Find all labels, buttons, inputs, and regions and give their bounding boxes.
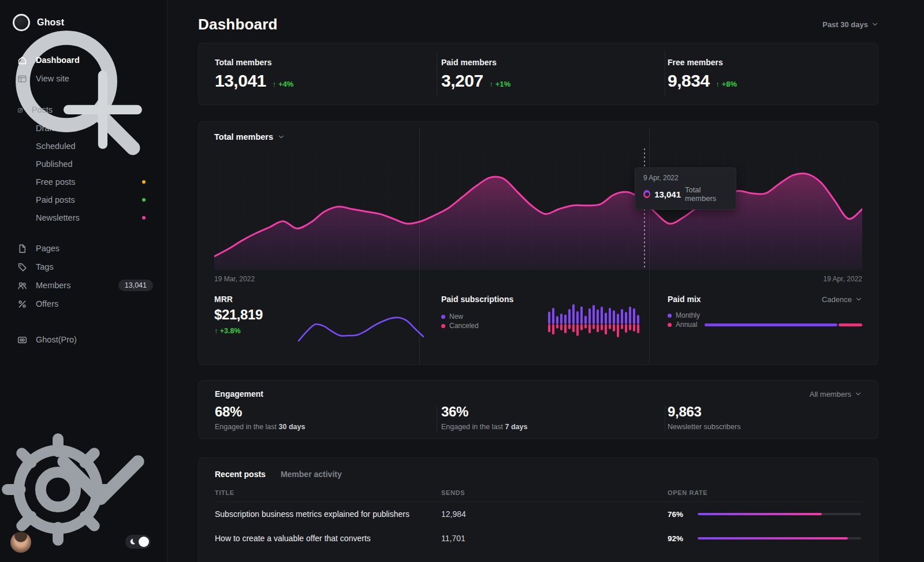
new-post-button[interactable] <box>53 59 153 160</box>
cadence-label: Cadence <box>822 295 852 304</box>
tag-icon <box>17 262 27 272</box>
open-rate-fill <box>698 513 822 515</box>
legend-label: New <box>449 312 463 321</box>
stat-value: 9,834 <box>668 71 710 91</box>
sidebar-item-members[interactable]: Members13,041 <box>0 276 167 295</box>
x-axis-end-label: 19 Apr, 2022 <box>824 275 862 283</box>
annual-segment <box>839 323 862 326</box>
sidebar-item-label: Offers <box>36 299 58 308</box>
x-axis-start-label: 19 Mar, 2022 <box>214 275 255 283</box>
gear-icon[interactable] <box>0 431 116 548</box>
legend-label: Annual <box>676 321 697 329</box>
paid-subscriptions-bar-chart <box>547 301 641 344</box>
paid-subscriptions-section: Paid subscriptions NewCanceled <box>441 295 668 348</box>
stat-delta: ↑ +4% <box>273 80 294 88</box>
engagement-title: Engagement <box>215 389 263 399</box>
metric-newsletter-subs: 9,863Newsletter subscribers <box>668 404 862 431</box>
sidebar-item-pages[interactable]: Pages <box>0 239 167 258</box>
sidebar-item-label: Pages <box>36 244 59 253</box>
status-dot <box>142 180 146 184</box>
legend-dot-icon <box>668 323 672 327</box>
sidebar: Ghost DashboardView site Posts DraftsSch… <box>0 0 167 562</box>
stat-total-members: Total members13,041↑ +4% <box>215 58 441 91</box>
metric-caption: Newsletter subscribers <box>668 423 862 431</box>
legend-item-new: New <box>441 312 513 321</box>
post-title: Subscription business metrics explained … <box>215 509 441 519</box>
stat-delta: ↑ +8% <box>716 80 737 88</box>
date-range-dropdown[interactable]: Past 30 days <box>822 20 878 29</box>
date-range-label: Past 30 days <box>822 20 868 29</box>
sidebar-subitem-label: Newsletters <box>36 213 80 222</box>
stat-free-members: Free members9,834↑ +8% <box>668 58 862 91</box>
open-rate-bar <box>698 537 861 539</box>
page-title: Dashboard <box>198 16 278 34</box>
tab-member-activity[interactable]: Member activity <box>281 470 342 479</box>
sidebar-item-tags[interactable]: Tags <box>0 258 167 276</box>
sidebar-subitem-paid-posts[interactable]: Paid posts <box>0 191 167 209</box>
cadence-dropdown[interactable]: Cadence <box>822 295 862 304</box>
sidebar-item-label: Ghost(Pro) <box>36 335 77 344</box>
sidebar-subitem-newsletters[interactable]: Newsletters <box>0 209 167 226</box>
percent-icon <box>17 299 27 309</box>
sidebar-item-label: Members <box>36 281 70 290</box>
legend-dot-icon <box>668 314 672 318</box>
mrr-label: MRR <box>214 295 263 304</box>
column-header-open-rate: OPEN RATE <box>668 489 861 496</box>
metric-engaged-7: 36%Engaged in the last 7 days <box>441 404 668 431</box>
stat-label: Total members <box>215 58 441 67</box>
audience-label: All members <box>810 390 851 399</box>
moon-icon <box>128 538 136 546</box>
sidebar-subitem-free-posts[interactable]: Free posts <box>0 173 167 191</box>
post-sends: 11,701 <box>441 534 668 543</box>
sidebar-subitem-label: Free posts <box>36 177 76 187</box>
chevron-down-icon <box>278 133 285 140</box>
toggle-knob <box>139 537 149 547</box>
tab-recent-posts[interactable]: Recent posts <box>215 470 266 479</box>
open-rate-bar <box>698 513 861 515</box>
legend-item-canceled: Canceled <box>441 321 513 330</box>
dark-mode-toggle[interactable] <box>125 535 151 549</box>
sidebar-secondary-nav: PagesTagsMembers13,041Offers <box>0 239 167 313</box>
metric-caption: Engaged in the last 30 days <box>215 423 441 431</box>
metric-value: 9,863 <box>668 404 862 420</box>
chart-title: Total members <box>214 132 273 142</box>
sidebar-item-ghost-pro[interactable]: Ghost(Pro) <box>0 330 167 349</box>
edit-icon <box>17 105 23 115</box>
table-row[interactable]: Subscription business metrics explained … <box>215 502 861 526</box>
mrr-section: MRR $21,819 ↑ +3.8% <box>214 295 441 348</box>
posts-tabs: Recent postsMember activity <box>215 470 861 479</box>
sidebar-item-offers[interactable]: Offers <box>0 295 167 313</box>
legend-label: Canceled <box>449 322 479 330</box>
paid-mix-bar-chart <box>705 323 862 326</box>
audience-dropdown[interactable]: All members <box>810 390 862 399</box>
metric-value: 36% <box>441 404 668 420</box>
mrr-sparkline-chart <box>297 312 425 347</box>
sidebar-item-label: Tags <box>36 262 54 271</box>
table-row[interactable]: How to create a valuable offer that conv… <box>215 526 861 550</box>
chevron-down-icon <box>871 21 878 28</box>
main-content: Dashboard Past 30 days Total members13,0… <box>167 0 924 562</box>
post-sends: 12,984 <box>441 509 668 519</box>
tooltip-date: 9 Apr, 2022 <box>643 174 728 182</box>
tooltip-label: Total members <box>685 185 728 203</box>
post-title: How to create a valuable offer that conv… <box>215 534 441 543</box>
stat-value: 3,207 <box>441 71 483 91</box>
stat-value: 13,041 <box>215 71 266 91</box>
post-open-rate: 76% <box>668 510 861 519</box>
stat-paid-members: Paid members3,207↑ +1% <box>441 58 668 91</box>
post-open-rate: 92% <box>668 534 861 543</box>
chevron-down-icon <box>855 296 862 303</box>
legend-dot-icon <box>441 315 445 319</box>
sidebar-posts-group: Posts <box>0 101 167 119</box>
stat-label: Free members <box>668 58 862 67</box>
paid-mix-title: Paid mix <box>668 295 701 304</box>
paid-mix-legend: MonthlyAnnual <box>668 311 700 329</box>
member-stats-card: Total members13,041↑ +4%Paid members3,20… <box>198 43 878 105</box>
chart-metric-dropdown[interactable]: Total members <box>214 132 862 142</box>
mrr-value: $21,819 <box>214 307 263 323</box>
members-chart-card: Total members 9 Apr, 2022 13,041 Total m… <box>198 121 878 365</box>
sidebar-item-posts[interactable]: Posts <box>0 101 167 119</box>
column-header-title: TITLE <box>215 489 441 496</box>
series-ring-icon <box>643 190 650 198</box>
recent-posts-card: Recent postsMember activity TITLE SENDS … <box>198 457 878 562</box>
